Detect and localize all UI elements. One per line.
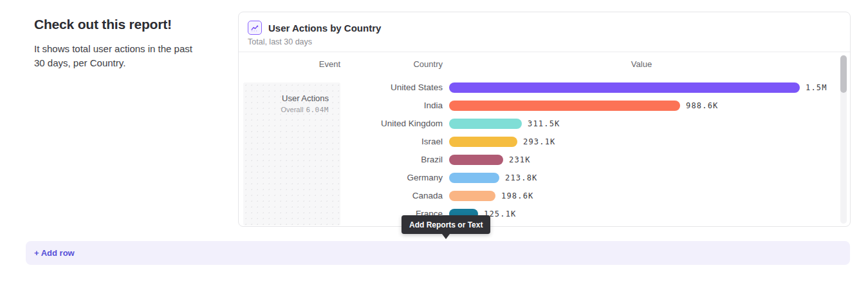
value-bar[interactable]	[449, 137, 517, 147]
add-row-label: + Add row	[34, 248, 75, 258]
intro-description: It shows total user actions in the past …	[34, 42, 196, 70]
dashboard-canvas: Check out this report! It shows total us…	[0, 0, 868, 281]
chart-scrollbar[interactable]	[840, 55, 847, 224]
chart-row: Brazil231K	[239, 151, 837, 169]
value-bar[interactable]	[449, 191, 495, 201]
country-label: India	[346, 97, 443, 115]
value-bar[interactable]	[449, 101, 680, 111]
column-header-value: Value	[609, 59, 674, 69]
column-header-event: Event	[276, 59, 340, 69]
value-label: 1.5M	[806, 79, 827, 97]
chart-row: India988.6K	[239, 97, 837, 115]
line-chart-icon	[248, 21, 262, 35]
add-row-button[interactable]: + Add row	[26, 241, 850, 265]
report-subtitle: Total, last 30 days	[248, 37, 841, 46]
column-header-country: Country	[378, 59, 443, 69]
country-label: United States	[346, 79, 443, 97]
add-reports-tooltip: Add Reports or Text	[402, 215, 490, 234]
chart-row: Israel293.1K	[239, 133, 837, 151]
value-bar[interactable]	[449, 119, 522, 129]
chart-scrollbar-thumb[interactable]	[840, 55, 847, 93]
value-label: 213.8K	[505, 169, 538, 187]
report-card[interactable]: User Actions by Country Total, last 30 d…	[238, 12, 851, 227]
chart-row: United Kingdom311.5K	[239, 115, 837, 133]
chart-row: Germany213.8K	[239, 169, 837, 187]
country-label: United Kingdom	[346, 115, 443, 133]
value-label: 198.6K	[501, 187, 534, 205]
country-label: Canada	[346, 187, 443, 205]
value-bar[interactable]	[449, 173, 499, 183]
tooltip-label: Add Reports or Text	[409, 220, 483, 229]
report-card-header: User Actions by Country Total, last 30 d…	[239, 12, 850, 52]
report-title: User Actions by Country	[268, 23, 381, 34]
country-label: Brazil	[346, 151, 443, 169]
chart-row: Canada198.6K	[239, 187, 837, 205]
value-bar[interactable]	[449, 155, 503, 165]
text-widget[interactable]: Check out this report! It shows total us…	[34, 17, 196, 70]
value-label: 988.6K	[686, 97, 719, 115]
value-label: 231K	[509, 151, 531, 169]
chart-row: France125.1K	[239, 205, 837, 223]
bar-chart: Event Country Value User Actions Overall…	[239, 52, 850, 226]
value-label: 293.1K	[523, 133, 556, 151]
chart-row: United States1.5M	[239, 79, 837, 97]
value-label: 311.5K	[528, 115, 560, 133]
intro-title: Check out this report!	[34, 17, 196, 32]
country-label: Israel	[346, 133, 443, 151]
value-bar[interactable]	[449, 82, 800, 93]
country-label: Germany	[346, 169, 443, 187]
